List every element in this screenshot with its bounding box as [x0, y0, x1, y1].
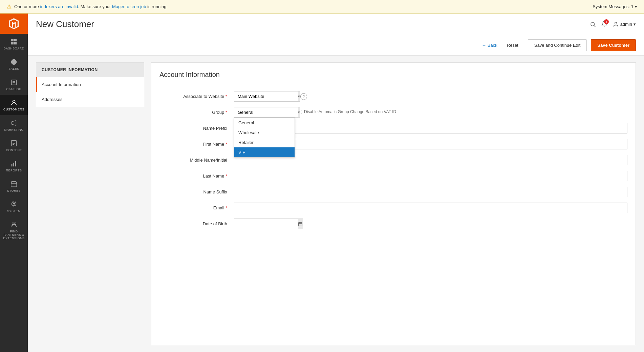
last-name-input[interactable] [234, 171, 627, 181]
back-arrow-icon: ← [482, 43, 486, 48]
associate-website-select-wrapper: ▾ [234, 91, 295, 102]
admin-menu-btn[interactable]: admin ▾ [613, 21, 636, 27]
sidebar-logo[interactable] [0, 14, 28, 34]
sidebar-item-label-dashboard: DASHBOARD [3, 47, 24, 50]
user-icon [613, 21, 619, 27]
auto-group-wrap: Disable Automatic Group Change Based on … [298, 107, 396, 114]
magento-logo-icon [8, 18, 20, 30]
system-messages-label: System Messages: 1 [593, 4, 634, 9]
reports-icon [10, 160, 18, 167]
sidebar-item-customers[interactable]: CUSTOMERS [0, 95, 28, 115]
svg-rect-14 [12, 164, 13, 166]
svg-rect-16 [15, 161, 16, 167]
name-prefix-label: Name Prefix [159, 123, 234, 131]
reset-button[interactable]: Reset [501, 40, 524, 50]
group-option-general[interactable]: General [234, 118, 295, 128]
indexers-link[interactable]: indexers are invalid [40, 4, 78, 9]
name-suffix-input[interactable] [234, 187, 627, 197]
alert-message: One or more indexers are invalid. Make s… [14, 4, 168, 9]
associate-website-help-icon[interactable]: ? [300, 93, 307, 100]
last-name-row: Last Name * [159, 171, 627, 181]
dob-row: Date of Birth [159, 219, 627, 229]
save-customer-button[interactable]: Save Customer [591, 39, 636, 51]
associate-website-input[interactable] [234, 91, 298, 102]
sidebar-item-label-content: CONTENT [6, 148, 22, 152]
svg-rect-0 [11, 39, 14, 41]
notifications-btn[interactable]: 4 [601, 21, 607, 28]
sidebar-item-label-catalog: CATALOG [6, 87, 21, 91]
sidebar-item-stores[interactable]: STORES [0, 176, 28, 196]
first-name-row: First Name * [159, 139, 627, 149]
svg-rect-5 [12, 80, 17, 85]
back-button[interactable]: ← Back [482, 43, 497, 48]
page-title: New Customer [36, 19, 94, 29]
auto-group-label: Disable Automatic Group Change Based on … [304, 109, 396, 114]
catalog-icon [10, 79, 18, 86]
group-option-vip[interactable]: VIP [234, 147, 295, 157]
dob-input[interactable] [234, 219, 298, 229]
sidebar-item-label-stores: STORES [7, 189, 21, 192]
save-continue-button[interactable]: Save and Continue Edit [528, 39, 587, 51]
main-content: CUSTOMER INFORMATION Account Information… [28, 56, 644, 352]
calendar-icon [298, 222, 303, 226]
system-messages-btn[interactable]: System Messages: 1 ▾ [593, 4, 637, 9]
sidebar-item-partners[interactable]: FIND PARTNERS & EXTENSIONS [0, 217, 28, 244]
sidebar-item-catalog[interactable]: CATALOG [0, 75, 28, 95]
svg-point-19 [12, 223, 14, 225]
left-panel: CUSTOMER INFORMATION Account Information… [36, 62, 144, 345]
group-option-retailer[interactable]: Retailer [234, 138, 295, 147]
search-icon [590, 21, 596, 27]
sidebar-item-label-marketing: MARKETING [4, 128, 24, 131]
calendar-btn[interactable] [298, 219, 303, 229]
sidebar-item-dashboard[interactable]: DASHBOARD [0, 34, 28, 54]
email-input[interactable] [234, 203, 627, 213]
date-wrapper [234, 219, 288, 229]
dob-label: Date of Birth [159, 219, 234, 226]
svg-rect-24 [299, 222, 302, 226]
cron-link[interactable]: Magento cron job [112, 4, 146, 9]
required-indicator: * [226, 94, 227, 99]
sidebar-item-reports[interactable]: REPORTS [0, 156, 28, 176]
associate-website-row: Associate to Website * ▾ ? [159, 91, 627, 102]
panel-item-addresses[interactable]: Addresses [36, 92, 144, 107]
customers-icon [10, 99, 18, 106]
sales-icon [10, 58, 18, 66]
system-icon [10, 201, 18, 208]
svg-rect-3 [14, 42, 17, 44]
first-name-label: First Name * [159, 139, 234, 147]
search-btn[interactable] [590, 21, 596, 27]
group-option-wholesale[interactable]: Wholesale [234, 128, 295, 138]
group-dropdown-btn[interactable]: ▾ [298, 107, 300, 118]
alert-bar: ⚠ One or more indexers are invalid. Make… [0, 0, 644, 14]
svg-point-21 [591, 22, 595, 26]
middle-name-label: Middle Name/Initial [159, 155, 234, 163]
svg-line-22 [594, 25, 595, 27]
group-select-input[interactable] [234, 107, 298, 118]
sidebar-item-label-sales: SALES [8, 67, 19, 70]
sidebar-item-content[interactable]: CONTENT [0, 136, 28, 156]
content-icon [10, 140, 18, 147]
dob-control [234, 219, 627, 229]
form-panel: Account Information Associate to Website… [151, 62, 636, 345]
svg-rect-17 [11, 183, 17, 187]
associate-website-dropdown-btn[interactable]: ▾ [298, 91, 300, 102]
svg-rect-2 [11, 42, 14, 44]
svg-point-20 [14, 223, 16, 225]
marketing-icon [10, 119, 18, 127]
group-select-wrapper: ▾ [234, 107, 295, 118]
back-label: Back [488, 43, 497, 48]
panel-header: CUSTOMER INFORMATION [36, 63, 144, 77]
email-control [234, 203, 627, 213]
sidebar-item-sales[interactable]: SALES [0, 54, 28, 75]
last-name-label: Last Name * [159, 171, 234, 179]
svg-point-8 [13, 100, 15, 103]
sidebar-item-marketing[interactable]: MARKETING [0, 115, 28, 136]
group-control-wrap: ▾ General Wholesale Retailer VIP [234, 107, 627, 118]
sidebar-item-system[interactable]: SYSTEM [0, 196, 28, 217]
name-suffix-row: Name Suffix [159, 187, 627, 197]
sidebar-item-label-partners: FIND PARTNERS & EXTENSIONS [1, 230, 26, 240]
required-indicator-group: * [226, 110, 227, 115]
name-suffix-control [234, 187, 627, 197]
chevron-down-icon: ▾ [635, 4, 637, 9]
panel-item-account-information[interactable]: Account Information [36, 77, 144, 92]
